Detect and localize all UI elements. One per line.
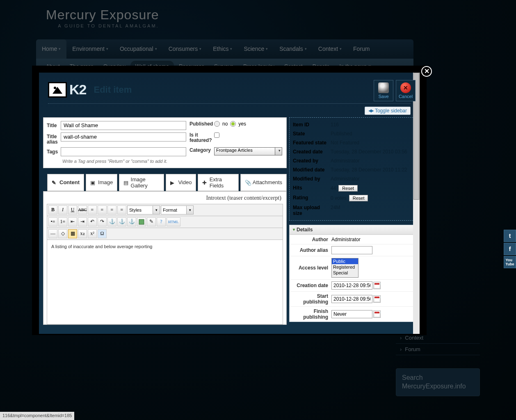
facebook-icon[interactable]: f (504, 243, 516, 255)
details-panel: Details AuthorAdministrator Author alias… (289, 225, 416, 322)
indent-button[interactable]: ⇥ (78, 217, 87, 226)
creation-date-input[interactable] (331, 281, 372, 290)
details-label: Creation date (292, 283, 331, 288)
editor-toolbar: B I U ABC ≡ ≡ ≡ ≡ Styles Format (47, 204, 283, 216)
info-value: Administrator (331, 176, 360, 182)
reset-rating-button[interactable]: Reset (349, 195, 368, 201)
finish-publish-input[interactable] (331, 310, 372, 318)
anchor-button[interactable]: ⚓ (127, 217, 136, 226)
info-label: Rating (293, 195, 331, 201)
calendar-icon[interactable] (373, 282, 381, 289)
format-select[interactable]: Format (161, 205, 194, 215)
alias-input[interactable] (61, 132, 186, 142)
tab-video[interactable]: ▶Video (166, 174, 196, 191)
align-right-button[interactable]: ≡ (107, 205, 116, 215)
save-icon (378, 82, 389, 93)
save-button[interactable]: Save (374, 80, 393, 101)
details-label: Author (292, 237, 331, 242)
cancel-button[interactable]: Cancel (396, 80, 416, 101)
published-no-radio[interactable] (214, 121, 220, 127)
tab-image[interactable]: ▣Image (86, 174, 117, 191)
tags-label: Tags (47, 147, 61, 155)
reset-hits-button[interactable]: Reset (338, 185, 358, 192)
sub-button[interactable]: x₂ (78, 229, 87, 238)
number-list-button[interactable]: 1≡ (58, 217, 67, 226)
info-value: Not Featured (331, 140, 359, 146)
option-registered[interactable]: Registered (332, 264, 358, 270)
styles-select[interactable]: Styles (127, 205, 160, 215)
info-value: 0 votes (331, 195, 347, 201)
tab-extra-fields[interactable]: ✚Extra Fields (198, 174, 238, 191)
sup-button[interactable]: x² (88, 229, 97, 238)
k2-brand: K2 (69, 82, 86, 98)
start-publish-input[interactable] (331, 295, 372, 303)
info-label: Hits (293, 185, 331, 192)
calendar-icon[interactable] (373, 295, 381, 303)
link-button[interactable]: ⚓ (107, 217, 116, 226)
svg-point-1 (54, 87, 56, 89)
calendar-icon[interactable] (373, 310, 381, 318)
tab-attachments[interactable]: 📎Attachments (240, 174, 287, 191)
tags-input[interactable] (61, 147, 186, 156)
details-label: Author alias (292, 247, 331, 253)
bold-button[interactable]: B (48, 205, 57, 215)
toggle-sidebar-button[interactable]: ◀▶Toggle sidebar (365, 107, 411, 115)
svg-rect-2 (139, 219, 144, 224)
gallery-icon: ▤ (123, 180, 128, 185)
option-public[interactable]: Public (332, 258, 358, 264)
details-header[interactable]: Details (290, 225, 415, 235)
info-value: Administrator (331, 158, 360, 164)
author-alias-input[interactable] (331, 246, 372, 254)
strike-button[interactable]: ABC (78, 205, 87, 215)
featured-checkbox[interactable] (214, 132, 219, 138)
cleanup-button[interactable]: ✎ (147, 217, 156, 226)
access-level-select[interactable]: Public Registered Special (331, 258, 358, 278)
alias-label: Title alias (47, 132, 61, 145)
editor-textarea[interactable]: A listing of inaccurate and below averag… (47, 240, 283, 324)
tab-content[interactable]: ✎Content (47, 174, 84, 191)
option-special[interactable]: Special (332, 270, 358, 276)
arrows-icon: ◀▶ (368, 108, 373, 113)
underline-button[interactable]: U (68, 205, 77, 215)
redo-button[interactable]: ↷ (98, 217, 107, 226)
italic-button[interactable]: I (58, 205, 67, 215)
radio-label-no: no (222, 121, 228, 127)
close-icon[interactable]: ✕ (421, 66, 432, 77)
edit-item-modal: ✕ K2 Edit item Save Cancel ◀▶Toggle side… (32, 66, 427, 335)
html-button[interactable]: HTML (167, 217, 180, 226)
published-yes-radio[interactable] (230, 121, 236, 127)
title-input[interactable] (61, 121, 186, 130)
tab-image-gallery[interactable]: ▤Image Gallery (119, 174, 164, 191)
save-label: Save (378, 94, 388, 99)
tab-label: Image Gallery (131, 176, 160, 189)
hr-button[interactable]: — (48, 229, 57, 238)
align-left-button[interactable]: ≡ (88, 205, 97, 215)
featured-label: Is it featured? (190, 132, 214, 143)
help-button[interactable]: ? (157, 217, 166, 226)
info-label: Modified by (293, 176, 331, 182)
unlink-button[interactable]: ⚓ (117, 217, 126, 226)
radio-label-yes: yes (238, 121, 246, 127)
info-value: Tuesday, 28 December 2010 03:56 (331, 149, 407, 155)
video-icon: ▶ (170, 180, 176, 185)
tab-label: Attachments (253, 179, 282, 185)
char-button[interactable]: Ω (98, 229, 107, 238)
info-value: 116 (331, 122, 339, 128)
info-label: Max upload size (293, 205, 331, 216)
table-button[interactable]: ▦ (68, 229, 77, 238)
youtube-icon[interactable]: YouTube (504, 256, 516, 268)
cancel-icon (400, 82, 411, 93)
category-label: Category (190, 147, 214, 153)
bullet-list-button[interactable]: •≡ (48, 217, 57, 226)
scrollbar[interactable] (413, 73, 420, 334)
eraser-button[interactable]: ◇ (58, 229, 67, 238)
align-justify-button[interactable]: ≡ (117, 205, 126, 215)
insert-image-button[interactable] (137, 217, 146, 226)
undo-button[interactable]: ↶ (88, 217, 97, 226)
align-center-button[interactable]: ≡ (98, 205, 107, 215)
twitter-icon[interactable]: t (504, 230, 516, 242)
details-value: Administrator (331, 237, 413, 242)
outdent-button[interactable]: ⇤ (68, 217, 77, 226)
attachment-icon: 📎 (245, 180, 251, 185)
category-select[interactable]: Frontpage Articles (214, 147, 282, 155)
